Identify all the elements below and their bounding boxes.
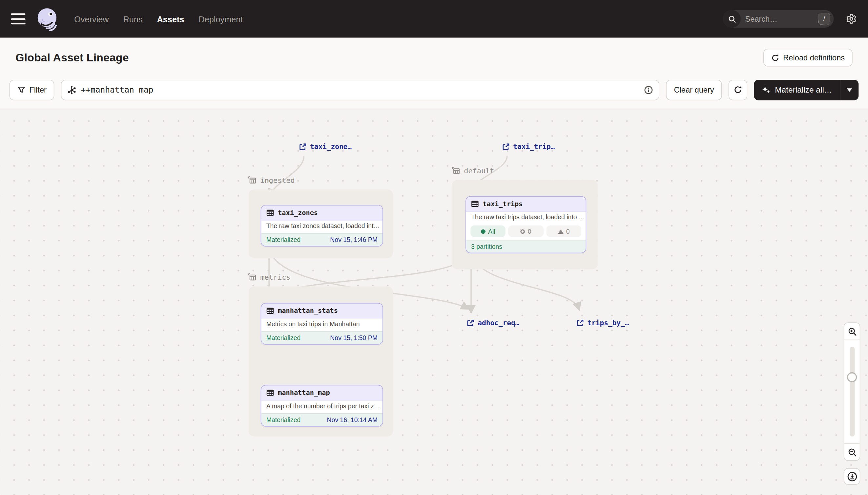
asset-description: The raw taxi trips dataset, loaded into … [466,212,586,224]
refresh-icon [733,85,742,94]
materialized-status: Materialized [266,237,301,243]
materialized-status: Materialized [266,335,301,341]
page-header: Global Asset Lineage Reload definitions [0,38,868,78]
partitions-summary: 3 partitions [471,243,502,250]
asset-description: A map of the number of trips per taxi z… [262,400,383,413]
group-label-default[interactable]: default [451,166,494,175]
nav-assets[interactable]: Assets [157,14,184,24]
download-graph-button[interactable] [844,468,861,485]
ring-icon [520,229,525,234]
op-selector-icon [67,85,76,95]
asset-description: The raw taxi zones dataset, loaded int… [262,221,383,233]
asset-name: manhattan_stats [278,307,338,315]
reload-definitions-button[interactable]: Reload definitions [763,49,853,67]
partition-health-row: All 0 0 [466,224,586,240]
lineage-canvas[interactable]: ingested default metrics taxi_zone… taxi… [0,109,868,495]
zoom-in-button[interactable] [844,323,860,340]
external-link-icon [502,143,510,151]
refresh-icon [771,53,779,62]
filter-button[interactable]: Filter [10,80,54,100]
asset-group-icon [451,166,460,175]
zoom-slider[interactable] [844,339,860,443]
nav-overview[interactable]: Overview [74,14,109,24]
table-icon [266,209,274,217]
sparkle-icon [762,85,770,94]
table-icon [266,389,274,397]
external-asset-link-trips-by[interactable]: trips_by_… [577,319,629,327]
partitions-all-badge[interactable]: All [471,225,506,237]
table-icon [266,307,274,315]
materialized-timestamp[interactable]: Nov 16, 10:14 AM [327,416,377,423]
asset-name: taxi_trips [483,200,523,208]
search-input[interactable] [741,14,807,23]
dagster-app: Overview Runs Assets Deployment / Global… [0,0,868,495]
dagster-logo-icon[interactable] [35,6,60,31]
page-title: Global Asset Lineage [15,51,129,64]
table-icon [471,200,479,208]
zoom-out-button[interactable] [844,444,860,461]
asset-group-icon [247,272,256,281]
zoom-control-panel [844,322,861,461]
zoom-slider-track[interactable] [849,347,854,436]
asset-node-taxi-zones[interactable]: taxi_zones The raw taxi zones dataset, l… [261,205,383,246]
clear-query-button[interactable]: Clear query [666,80,722,100]
asset-name: manhattan_map [278,389,330,397]
primary-nav: Overview Runs Assets Deployment [74,14,243,24]
asset-group-icon [247,176,256,185]
partitions-missing-badge[interactable]: 0 [546,225,581,237]
top-navigation-bar: Overview Runs Assets Deployment / [0,0,868,38]
zoom-slider-thumb[interactable] [847,372,857,382]
refresh-graph-button[interactable] [728,80,747,100]
info-icon[interactable] [644,85,653,95]
zoom-in-icon [847,327,857,336]
chevron-down-icon [846,88,853,91]
search-icon [723,10,741,28]
external-link-icon [577,319,584,327]
asset-selection-input[interactable] [61,80,660,100]
external-link-icon [467,319,475,327]
success-dot-icon [481,229,485,234]
filter-icon [17,86,25,94]
group-label-ingested[interactable]: ingested [247,176,295,185]
asset-description: Metrics on taxi trips in Manhattan [262,319,383,331]
download-icon [847,471,857,481]
materialize-all-button[interactable]: Materialize all… [754,80,840,100]
materialized-status: Materialized [266,416,301,423]
lineage-toolbar: Filter Clear query Materialize all… [0,78,868,109]
materialized-timestamp[interactable]: Nov 15, 1:46 PM [330,237,377,243]
asset-node-manhattan-stats[interactable]: manhattan_stats Metrics on taxi trips in… [261,303,383,345]
external-link-icon [299,143,307,151]
external-asset-link-taxi-zone[interactable]: taxi_zone… [299,142,352,151]
materialize-dropdown-toggle[interactable] [840,80,858,100]
external-asset-link-taxi-trip[interactable]: taxi_trip… [502,142,555,151]
lineage-edges [0,109,868,495]
global-search[interactable]: / [723,10,834,28]
gear-icon[interactable] [846,14,857,24]
external-asset-link-adhoc-req[interactable]: adhoc_req… [467,319,520,327]
hamburger-menu-icon[interactable] [11,14,25,24]
materialize-all-split-button: Materialize all… [754,80,858,100]
partitions-failed-badge[interactable]: 0 [509,225,544,237]
materialized-timestamp[interactable]: Nov 15, 1:50 PM [330,335,377,341]
zoom-out-icon [847,447,857,457]
asset-name: taxi_zones [278,209,318,217]
nav-deployment[interactable]: Deployment [198,14,243,24]
search-shortcut-badge: / [818,13,830,25]
triangle-icon [558,229,563,234]
group-label-metrics[interactable]: metrics [247,272,290,281]
nav-runs[interactable]: Runs [123,14,142,24]
asset-query-field[interactable] [81,85,640,94]
asset-node-manhattan-map[interactable]: manhattan_map A map of the number of tri… [261,385,383,427]
asset-node-taxi-trips[interactable]: taxi_trips The raw taxi trips dataset, l… [465,196,586,253]
